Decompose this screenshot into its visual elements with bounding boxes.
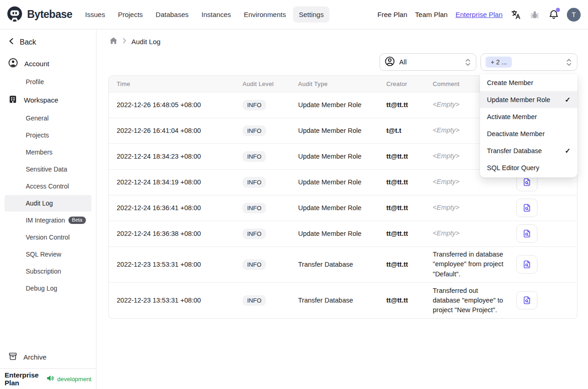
- log-time: 2022-12-24 16:36:38 +08:00: [109, 221, 235, 246]
- nav-link-instances[interactable]: Instances: [196, 6, 237, 23]
- view-detail-button[interactable]: [516, 255, 537, 274]
- chevron-updown-icon: [566, 58, 572, 67]
- sidebar-item-general[interactable]: General: [5, 110, 91, 126]
- view-detail-button[interactable]: [516, 199, 537, 217]
- nav-link-databases[interactable]: Databases: [150, 6, 194, 23]
- notification-bell-icon[interactable]: [548, 9, 559, 20]
- bytebase-mascot-icon: [6, 6, 23, 24]
- sidebar-item-projects[interactable]: Projects: [5, 127, 91, 143]
- sidebar-section-workspace: Workspace: [5, 91, 91, 109]
- log-type: Transfer Database: [290, 246, 379, 282]
- log-time: 2022-12-23 13:53:31 +08:00: [109, 246, 235, 282]
- creator-filter-value: All: [399, 58, 407, 66]
- archive-box-icon: [8, 352, 17, 362]
- log-time: 2022-12-24 18:34:19 +08:00: [109, 169, 235, 195]
- bytebase-logo[interactable]: Bytebase: [6, 6, 72, 24]
- log-comment: <Empty>: [425, 221, 509, 246]
- top-navbar: Bytebase Issues Projects Databases Insta…: [0, 0, 588, 29]
- log-level-badge: INFO: [243, 259, 266, 270]
- sidebar-item-members[interactable]: Members: [5, 144, 91, 160]
- archive-label: Archive: [23, 353, 46, 361]
- view-detail-button[interactable]: [516, 291, 537, 309]
- breadcrumb-current: Audit Log: [131, 38, 160, 46]
- sidebar-item-sql-review[interactable]: SQL Review: [5, 246, 91, 263]
- log-level-badge: INFO: [243, 203, 266, 213]
- log-type: Transfer Database: [290, 282, 379, 318]
- account-user-icon: [8, 58, 18, 69]
- log-type: Update Member Role: [290, 169, 379, 195]
- enterprise-plan-link[interactable]: Enterprise Plan: [455, 11, 503, 18]
- menu-item-label: SQL Editor Query: [487, 164, 539, 172]
- team-plan-label[interactable]: Team Plan: [415, 11, 448, 18]
- archive-button[interactable]: Archive: [0, 346, 96, 368]
- creator-filter-select[interactable]: All: [379, 53, 476, 71]
- menu-item-create-member[interactable]: Create Member: [480, 74, 577, 91]
- log-level-cell: INFO: [235, 143, 290, 169]
- log-level-badge: INFO: [243, 151, 266, 162]
- view-detail-button[interactable]: [516, 224, 537, 243]
- log-time: 2022-12-24 18:34:23 +08:00: [109, 143, 235, 169]
- menu-item-activate-member[interactable]: Activate Member: [480, 108, 577, 125]
- settings-sidebar: Back Account Profile: [0, 29, 96, 389]
- table-row: 2022-12-23 13:53:31 +08:00 INFO Transfer…: [109, 246, 577, 282]
- menu-item-label: Update Member Role: [487, 96, 550, 103]
- log-comment: Transferred out database "employee" to p…: [425, 282, 509, 318]
- sidebar-item-audit-log[interactable]: Audit Log: [5, 195, 91, 212]
- log-level-cell: INFO: [235, 246, 290, 282]
- translate-icon[interactable]: [510, 9, 521, 20]
- chevron-updown-icon: [465, 58, 471, 67]
- menu-item-label: Deactivate Member: [487, 130, 545, 137]
- column-header-level: Audit Level: [235, 76, 290, 92]
- nav-link-settings[interactable]: Settings: [293, 6, 329, 23]
- log-time: 2022-12-23 13:53:31 +08:00: [109, 282, 235, 318]
- log-type: Update Member Role: [290, 221, 379, 246]
- log-creator: tt@tt.tt: [379, 282, 425, 318]
- sidebar-item-debug-log[interactable]: Debug Log: [5, 280, 91, 297]
- log-action-cell: [509, 246, 577, 282]
- checkmark-icon: ✓: [565, 96, 571, 104]
- free-plan-label[interactable]: Free Plan: [378, 11, 407, 18]
- menu-item-update-member-role[interactable]: Update Member Role ✓: [480, 91, 577, 108]
- table-row: 2022-12-24 16:36:41 +08:00 INFO Update M…: [109, 195, 577, 221]
- log-action-cell: [509, 282, 577, 318]
- sidebar-item-sensitive-data[interactable]: Sensitive Data: [5, 161, 91, 177]
- sidebar-item-subscription[interactable]: Subscription: [5, 263, 91, 280]
- log-creator: tt@tt.tt: [379, 169, 425, 195]
- nav-link-issues[interactable]: Issues: [79, 6, 110, 23]
- sidebar-footer: Enterprise Plan development: [0, 368, 96, 389]
- environment-mode-label: development: [57, 376, 91, 383]
- primary-nav: Issues Projects Databases Instances Envi…: [79, 6, 329, 23]
- home-icon[interactable]: [109, 37, 118, 46]
- checkmark-icon: ✓: [565, 147, 571, 155]
- log-level-cell: INFO: [235, 195, 290, 221]
- column-header-type: Audit Type: [290, 76, 379, 92]
- nav-link-projects[interactable]: Projects: [113, 6, 148, 23]
- sidebar-item-access-control[interactable]: Access Control: [5, 178, 91, 194]
- sidebar-item-im-integration[interactable]: IM Integration Beta: [5, 212, 91, 229]
- log-level-badge: INFO: [243, 177, 266, 188]
- log-type: Update Member Role: [290, 143, 379, 169]
- menu-item-deactivate-member[interactable]: Deactivate Member: [480, 125, 577, 142]
- sidebar-item-profile[interactable]: Profile: [5, 74, 91, 90]
- workspace-header-label: Workspace: [24, 96, 58, 104]
- column-header-creator: Creator: [379, 76, 425, 92]
- log-level-cell: INFO: [235, 92, 290, 118]
- main-content: Audit Log All + 2 ...: [96, 29, 588, 389]
- log-type: Update Member Role: [290, 92, 379, 118]
- log-creator: tt@tt.tt: [379, 246, 425, 282]
- filter-bar: All + 2 ...: [108, 53, 577, 71]
- bug-report-icon[interactable]: [529, 9, 540, 20]
- nav-link-environments[interactable]: Environments: [238, 6, 292, 23]
- menu-item-transfer-database[interactable]: Transfer Database ✓: [480, 142, 577, 159]
- breadcrumb-separator-icon: [123, 37, 126, 46]
- back-button[interactable]: Back: [5, 36, 91, 54]
- menu-item-sql-editor-query[interactable]: SQL Editor Query: [480, 159, 577, 176]
- speaker-icon: [46, 375, 54, 383]
- sidebar-item-version-control[interactable]: Version Control: [5, 229, 91, 246]
- audit-type-filter-select[interactable]: + 2 ...: [481, 53, 577, 71]
- sidebar-section-account: Account: [5, 54, 91, 73]
- current-plan-label: Enterprise Plan: [5, 371, 43, 387]
- user-avatar[interactable]: T: [567, 8, 581, 22]
- log-level-cell: INFO: [235, 221, 290, 246]
- log-type: Update Member Role: [290, 118, 379, 143]
